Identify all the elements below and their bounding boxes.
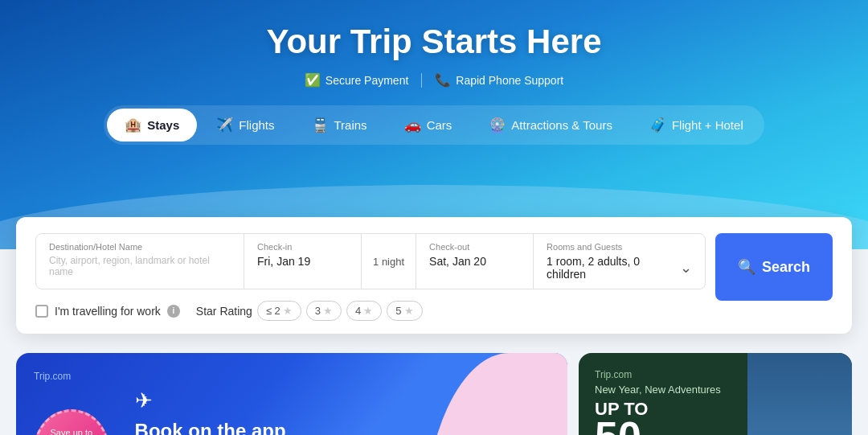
attractions-icon: 🎡 (489, 117, 506, 133)
checkin-label: Check-in (257, 242, 348, 252)
plane-icon: ✈ (135, 388, 389, 413)
rooms-value: 1 room, 2 adults, 0 children (547, 255, 680, 281)
tab-stays[interactable]: 🏨 Stays (107, 109, 197, 142)
checkin-value: Fri, Jan 19 (257, 255, 348, 268)
star-3-label: 3 (315, 305, 321, 317)
destination-placeholder: City, airport, region, landmark or hotel… (49, 255, 231, 277)
tab-flight-hotel-label: Flight + Hotel (672, 118, 743, 132)
star-3-button[interactable]: 3 ★ (306, 301, 342, 321)
star-2-button[interactable]: ≤ 2 ★ (257, 301, 301, 321)
star-5-icon: ★ (404, 305, 414, 317)
search-button-label: Search (762, 259, 810, 276)
star-rating-label: Star Rating (196, 305, 252, 318)
tab-trains-label: Trains (334, 118, 367, 132)
rapid-phone-badge: 📞 Rapid Phone Support (435, 72, 563, 88)
travelling-label: I'm travelling for work (55, 305, 161, 318)
chevron-down-icon: ⌄ (680, 259, 692, 277)
checkin-field[interactable]: Check-in Fri, Jan 19 (244, 234, 362, 289)
star-4-icon: ★ (363, 305, 373, 317)
banner-person-area: 👩 (407, 353, 567, 435)
tab-attractions[interactable]: 🎡 Attractions & Tours (471, 109, 630, 142)
hero-section: Your Trip Starts Here ✅ Secure Payment 📞… (0, 0, 868, 249)
tab-stays-label: Stays (147, 118, 179, 132)
promotional-banners: Trip.com Save up to $20 per person ✈ Boo… (0, 334, 868, 435)
nights-value: 1 night (373, 256, 404, 268)
star-4-button[interactable]: 4 ★ (346, 301, 382, 321)
star-3-icon: ★ (323, 305, 333, 317)
tab-cars[interactable]: 🚗 Cars (387, 109, 470, 142)
star-rating-group: Star Rating ≤ 2 ★ 3 ★ 4 ★ 5 ★ (196, 301, 423, 321)
search-options-row: I'm travelling for work i Star Rating ≤ … (35, 301, 833, 321)
checkbox-box (35, 305, 48, 318)
checkout-field[interactable]: Check-out Sat, Jan 20 (416, 234, 534, 289)
flight-hotel-icon: 🧳 (649, 117, 666, 133)
aussie-hotels-banner[interactable]: Trip.com New Year, New Adventures UP TO … (579, 353, 852, 435)
banner-left-brand: Trip.com (34, 371, 389, 382)
trains-icon: 🚆 (312, 117, 329, 133)
search-card: Destination/Hotel Name City, airport, re… (16, 217, 852, 334)
hero-title: Your Trip Starts Here (16, 23, 852, 61)
banner-headline: Book on the app for immediate flight sav… (135, 420, 389, 435)
cars-icon: 🚗 (404, 117, 421, 133)
star-2-icon: ★ (283, 305, 293, 317)
flights-icon: ✈️ (216, 117, 233, 133)
banner-left-content: Trip.com Save up to $20 per person ✈ Boo… (16, 353, 407, 435)
star-4-label: 4 (355, 305, 361, 317)
destination-label: Destination/Hotel Name (49, 242, 231, 252)
secure-payment-icon: ✅ (305, 72, 321, 88)
badge-divider (421, 73, 422, 88)
savings-badge: Save up to $20 per person (34, 409, 109, 435)
search-icon: 🔍 (738, 258, 755, 276)
nights-display: 1 night (362, 234, 416, 289)
navigation-tabs: 🏨 Stays ✈️ Flights 🚆 Trains 🚗 Cars 🎡 Att… (104, 105, 764, 145)
stays-icon: 🏨 (125, 117, 141, 133)
checkout-value: Sat, Jan 20 (429, 255, 520, 268)
star-5-button[interactable]: 5 ★ (387, 301, 422, 321)
tab-cars-label: Cars (427, 118, 452, 132)
savings-top-text: Save up to (51, 428, 93, 435)
search-button[interactable]: 🔍 Search (715, 233, 833, 301)
tab-attractions-label: Attractions & Tours (511, 118, 612, 132)
rooms-label: Rooms and Guests (547, 242, 692, 252)
travelling-for-work-checkbox[interactable]: I'm travelling for work i (35, 305, 180, 318)
checkout-label: Check-out (429, 242, 520, 252)
secure-payment-label: Secure Payment (326, 74, 409, 87)
tab-trains[interactable]: 🚆 Trains (294, 109, 385, 142)
phone-icon: 📞 (435, 72, 451, 88)
secure-payment-badge: ✅ Secure Payment (305, 72, 409, 88)
app-savings-banner[interactable]: Trip.com Save up to $20 per person ✈ Boo… (16, 353, 567, 435)
tab-flights-label: Flights (239, 118, 274, 132)
rapid-phone-label: Rapid Phone Support (456, 74, 563, 87)
rooms-field[interactable]: Rooms and Guests 1 room, 2 adults, 0 chi… (534, 234, 705, 289)
trust-badges: ✅ Secure Payment 📞 Rapid Phone Support (16, 72, 852, 88)
info-icon: i (167, 305, 180, 318)
banner-pink-bg (423, 353, 567, 435)
tab-flight-hotel[interactable]: 🧳 Flight + Hotel (632, 109, 761, 142)
destination-field[interactable]: Destination/Hotel Name City, airport, re… (36, 234, 244, 289)
city-image: 🏙️ (747, 353, 852, 435)
deal-percent: 50 (595, 418, 641, 435)
star-5-label: 5 (395, 305, 401, 317)
tab-flights[interactable]: ✈️ Flights (199, 109, 292, 142)
star-2-label: ≤ 2 (266, 305, 280, 317)
